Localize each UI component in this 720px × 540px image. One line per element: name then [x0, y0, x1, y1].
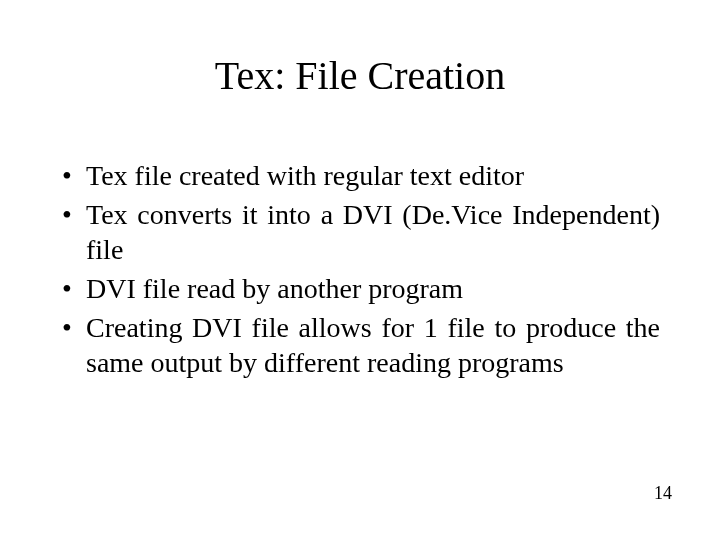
list-item: Creating DVI file allows for 1 file to p…: [60, 310, 660, 380]
bullet-list: Tex file created with regular text edito…: [60, 158, 660, 380]
list-item: Tex file created with regular text edito…: [60, 158, 660, 193]
slide-body: Tex file created with regular text edito…: [60, 158, 660, 384]
list-item: Tex converts it into a DVI (De.Vice Inde…: [60, 197, 660, 267]
slide-title: Tex: File Creation: [0, 52, 720, 99]
page-number: 14: [654, 483, 672, 504]
list-item: DVI file read by another program: [60, 271, 660, 306]
slide: Tex: File Creation Tex file created with…: [0, 0, 720, 540]
